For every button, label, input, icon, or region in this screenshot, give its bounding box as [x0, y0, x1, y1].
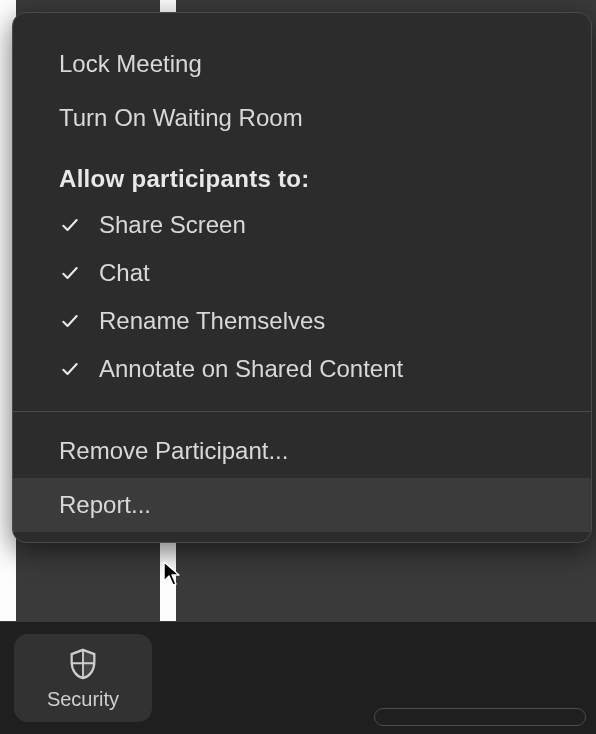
menu-item-label: Share Screen — [99, 211, 246, 239]
menu-item-label: Rename Themselves — [99, 307, 325, 335]
check-icon — [59, 262, 81, 284]
menu-item-label: Annotate on Shared Content — [99, 355, 403, 383]
menu-item-chat[interactable]: Chat — [13, 249, 591, 297]
menu-item-label: Remove Participant... — [59, 434, 288, 468]
menu-item-waiting-room[interactable]: Turn On Waiting Room — [13, 91, 591, 145]
menu-item-label: Turn On Waiting Room — [59, 101, 303, 135]
check-icon — [59, 358, 81, 380]
menu-item-share-screen[interactable]: Share Screen — [13, 201, 591, 249]
shield-icon — [65, 646, 101, 682]
menu-section-header-allow: Allow participants to: — [13, 145, 591, 201]
check-icon — [59, 310, 81, 332]
check-icon — [59, 214, 81, 236]
menu-item-annotate[interactable]: Annotate on Shared Content — [13, 345, 591, 393]
menu-item-report[interactable]: Report... — [13, 478, 591, 532]
security-button[interactable]: Security — [14, 634, 152, 722]
security-button-label: Security — [47, 688, 119, 711]
menu-item-label: Chat — [99, 259, 150, 287]
menu-item-rename[interactable]: Rename Themselves — [13, 297, 591, 345]
security-popup-menu: Lock Meeting Turn On Waiting Room Allow … — [12, 12, 592, 543]
menu-item-label: Report... — [59, 488, 151, 522]
menu-item-label: Lock Meeting — [59, 47, 202, 81]
menu-separator — [13, 411, 591, 412]
horizontal-scrollbar[interactable] — [374, 708, 586, 726]
menu-item-remove-participant[interactable]: Remove Participant... — [13, 424, 591, 478]
menu-item-lock-meeting[interactable]: Lock Meeting — [13, 37, 591, 91]
bottom-toolbar: Security — [0, 621, 596, 734]
